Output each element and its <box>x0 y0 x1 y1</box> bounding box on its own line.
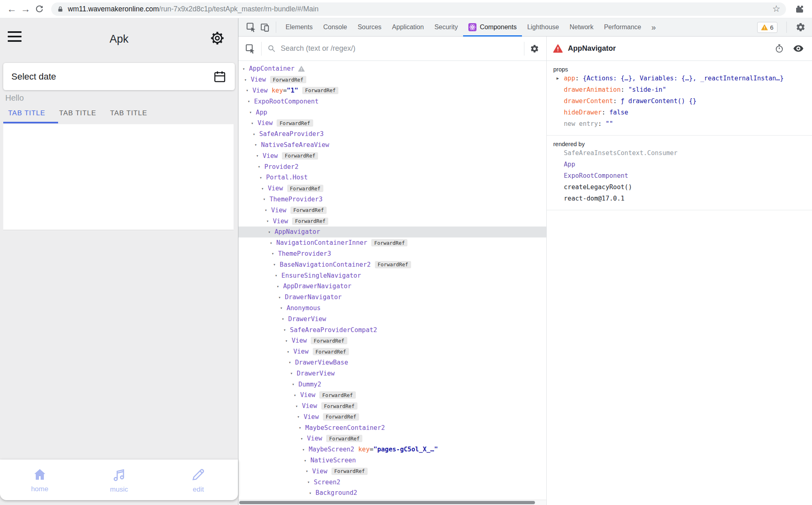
tree-row-appcontainer[interactable]: ▾AppContainer <box>238 63 546 74</box>
expand-arrow-icon[interactable]: ▾ <box>256 153 263 158</box>
rendered-by-exporootcomponent[interactable]: ExpoRootComponent <box>553 170 806 181</box>
tree-row-provider2[interactable]: ▾Provider2 <box>238 161 546 172</box>
expand-arrow-icon[interactable]: ▾ <box>305 469 312 473</box>
expand-arrow-icon[interactable]: ▾ <box>244 78 251 82</box>
tree-row-dummy2[interactable]: ▾Dummy2 <box>238 379 546 390</box>
tab-application[interactable]: Application <box>387 18 429 36</box>
tree-row-drawernavigator[interactable]: ▾DrawerNavigator <box>238 292 546 303</box>
device-toolbar-icon[interactable] <box>258 20 272 34</box>
expand-arrow-icon[interactable]: ▾ <box>301 436 307 441</box>
tree-row-exporootcomponent[interactable]: ▾ExpoRootComponent <box>238 96 546 107</box>
extensions-puzzle-icon[interactable] <box>793 2 806 16</box>
tree-row-view[interactable]: ▾ViewForwardRef <box>238 74 546 85</box>
expand-arrow-icon[interactable]: ▾ <box>302 447 309 452</box>
expand-arrow-icon[interactable]: ▾ <box>299 425 305 430</box>
prop-row-app[interactable]: ▶app: {Actions: {…}, Variables: {…}, _re… <box>553 73 806 84</box>
app-tab-3[interactable]: TAB TITLE <box>103 109 154 117</box>
tree-row-safeareaprovidercompat2[interactable]: ▾SafeAreaProviderCompat2 <box>238 324 546 335</box>
horizontal-scrollbar[interactable] <box>238 500 546 505</box>
app-tab-2[interactable]: TAB TITLE <box>52 109 104 117</box>
tree-row-background2[interactable]: ▾Background2 <box>238 488 546 499</box>
expand-arrow-icon[interactable]: ▾ <box>282 317 288 321</box>
expand-arrow-icon[interactable]: ▾ <box>292 382 299 386</box>
calendar-icon[interactable] <box>213 70 227 84</box>
tree-row-view[interactable]: ▾ViewForwardRef <box>238 216 546 227</box>
tree-row-maybescreencontainer2[interactable]: ▾MaybeScreenContainer2 <box>238 422 546 433</box>
expand-arrow-icon[interactable]: ▾ <box>263 197 269 201</box>
more-tabs-chevron[interactable]: » <box>646 23 660 32</box>
tab-console[interactable]: Console <box>318 18 353 36</box>
expand-arrow-icon[interactable]: ▾ <box>265 208 271 212</box>
warnings-badge[interactable]: 6 <box>757 22 777 33</box>
expand-arrow-icon[interactable]: ▾ <box>273 262 280 267</box>
tree-row-drawerview[interactable]: ▾DrawerView <box>238 368 546 379</box>
expand-arrow-icon[interactable]: ▾ <box>284 328 290 332</box>
tree-row-view[interactable]: ▾ViewForwardRef <box>238 118 546 129</box>
expand-arrow-icon[interactable]: ▾ <box>243 67 249 71</box>
expand-arrow-icon[interactable]: ▾ <box>285 339 292 343</box>
tab-security[interactable]: Security <box>429 18 463 36</box>
expand-arrow-icon[interactable]: ▾ <box>297 414 303 419</box>
tree-row-ensuresinglenavigator[interactable]: ▾EnsureSingleNavigator <box>238 270 546 281</box>
tree-row-themeprovider3[interactable]: ▾ThemeProvider3 <box>238 194 546 205</box>
tree-row-drawerviewbase[interactable]: ▾DrawerViewBase <box>238 357 546 368</box>
rendered-by-app[interactable]: App <box>553 159 806 170</box>
nav-item-edit[interactable]: edit <box>159 460 238 500</box>
expand-arrow-icon[interactable]: ▾ <box>290 371 297 376</box>
expand-arrow-icon[interactable]: ▾ <box>270 241 276 245</box>
tree-row-view[interactable]: ▾ViewForwardRef <box>238 433 546 444</box>
expand-arrow-icon[interactable]: ▾ <box>249 110 256 114</box>
search-input[interactable] <box>281 44 518 53</box>
select-component-icon[interactable] <box>245 43 256 54</box>
nav-item-home[interactable]: home <box>0 460 79 500</box>
expand-arrow-icon[interactable]: ▾ <box>307 480 314 484</box>
tree-row-portal.host[interactable]: ▾Portal.Host <box>238 172 546 183</box>
expand-arrow-icon[interactable]: ▾ <box>253 132 259 136</box>
expand-arrow-icon[interactable]: ▾ <box>294 393 300 397</box>
expand-arrow-icon[interactable]: ▾ <box>258 164 264 169</box>
back-button[interactable]: ← <box>5 2 19 16</box>
tree-row-view[interactable]: ▾ViewForwardRef <box>238 205 546 216</box>
tree-row-view[interactable]: ▾ViewForwardRef <box>238 183 546 194</box>
expand-arrow-icon[interactable]: ▾ <box>266 219 273 223</box>
tree-row-anonymous[interactable]: ▾Anonymous <box>238 303 546 314</box>
tree-row-safeareaprovider3[interactable]: ▾SafeAreaProvider3 <box>238 129 546 140</box>
tree-row-view[interactable]: ▾ViewForwardRef <box>238 401 546 412</box>
tree-row-appnavigator[interactable]: ▾AppNavigator <box>238 227 546 237</box>
expand-arrow-icon[interactable]: ▾ <box>246 88 252 93</box>
devtools-settings-gear-icon[interactable] <box>796 22 806 32</box>
tree-row-navigationcontainerinner[interactable]: ▾NavigationContainerInnerForwardRef <box>238 237 546 248</box>
tree-row-app[interactable]: ▾App <box>238 107 546 118</box>
tree-row-drawerview[interactable]: ▾DrawerView <box>238 313 546 324</box>
expand-arrow-icon[interactable]: ▾ <box>278 295 285 300</box>
tree-row-maybescreen2[interactable]: ▾MaybeScreen2key="pages-gC5ol_X_…" <box>238 444 546 455</box>
expand-arrow-icon[interactable]: ▾ <box>277 284 283 289</box>
expand-arrow-icon[interactable]: ▾ <box>268 230 275 234</box>
reload-button[interactable] <box>32 2 46 16</box>
tab-elements[interactable]: Elements <box>280 18 318 36</box>
tree-row-nativesafeareaview[interactable]: ▾NativeSafeAreaView <box>238 140 546 151</box>
tab-components[interactable]: Components <box>463 18 522 36</box>
expand-arrow-icon[interactable]: ▾ <box>280 306 286 310</box>
tree-row-basenavigationcontainer2[interactable]: ▾BaseNavigationContainer2ForwardRef <box>238 259 546 270</box>
tree-settings-gear-icon[interactable] <box>530 44 539 53</box>
expand-arrow-icon[interactable]: ▾ <box>309 491 316 495</box>
profiler-stopwatch-icon[interactable] <box>775 44 784 53</box>
bookmark-star-icon[interactable]: ☆ <box>772 4 780 14</box>
tree-row-view[interactable]: ▾ViewForwardRef <box>238 390 546 401</box>
tab-lighthouse[interactable]: Lighthouse <box>522 18 564 36</box>
address-bar[interactable]: wm11.wavemakeronline.com/run-7x9x2d8c1p/… <box>51 2 786 16</box>
tree-row-view[interactable]: ▾ViewForwardRef <box>238 346 546 357</box>
expand-arrow-icon[interactable]: ▾ <box>275 273 281 278</box>
expand-arrow-icon[interactable]: ▾ <box>304 458 310 463</box>
tree-row-themeprovider3[interactable]: ▾ThemeProvider3 <box>238 248 546 259</box>
tab-sources[interactable]: Sources <box>352 18 387 36</box>
tab-network[interactable]: Network <box>564 18 599 36</box>
expand-arrow-icon[interactable]: ▾ <box>295 404 302 408</box>
expand-arrow-icon[interactable]: ▾ <box>254 142 261 147</box>
nav-item-music[interactable]: music <box>79 460 158 500</box>
expand-arrow-icon[interactable]: ▾ <box>287 350 293 354</box>
tree-row-view[interactable]: ▾ViewForwardRef <box>238 466 546 477</box>
expand-arrow-icon[interactable]: ▾ <box>261 186 268 191</box>
date-picker-field[interactable]: Select date <box>3 63 235 90</box>
